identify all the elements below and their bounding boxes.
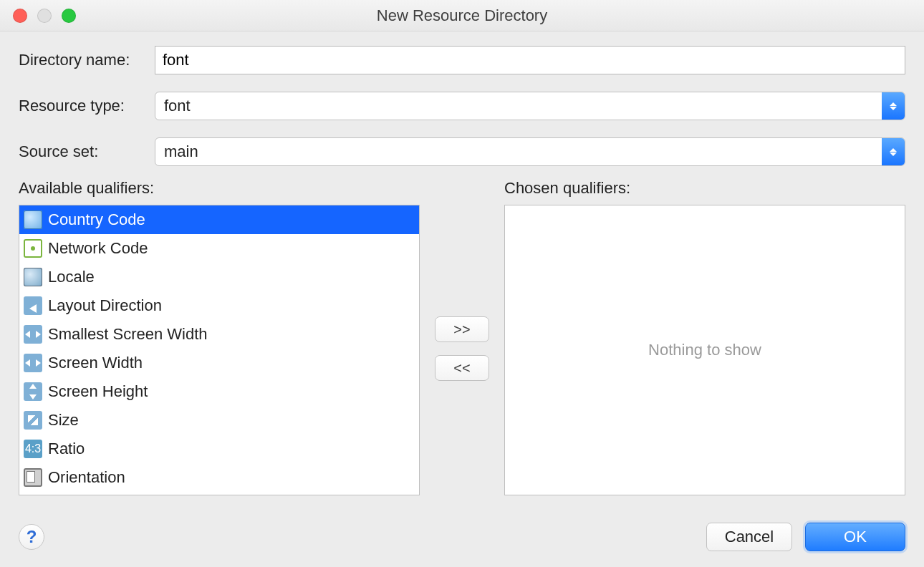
- qualifier-item-label: Screen Height: [48, 382, 148, 401]
- window-title: New Resource Directory: [0, 6, 924, 25]
- directory-name-label: Directory name:: [19, 51, 155, 69]
- qualifier-item-label: Screen Width: [48, 354, 143, 372]
- qualifier-item-orientation[interactable]: Orientation: [19, 463, 419, 492]
- screen-height-icon: [24, 382, 42, 401]
- qualifier-item-label: Layout Direction: [48, 296, 162, 315]
- source-set-label: Source set:: [19, 142, 155, 161]
- qualifier-item-size[interactable]: Size: [19, 406, 419, 435]
- available-qualifiers-list[interactable]: Country CodeNetwork CodeLocaleLayout Dir…: [19, 205, 420, 495]
- qualifier-item-label: Size: [48, 411, 79, 430]
- country-code-icon: [24, 210, 42, 229]
- chosen-empty-text: Nothing to show: [648, 341, 761, 359]
- maximize-window-button[interactable]: [62, 9, 76, 23]
- ratio-icon: 4:3: [24, 440, 42, 458]
- chevron-up-down-icon: [882, 92, 905, 120]
- cancel-button[interactable]: Cancel: [706, 523, 792, 551]
- resource-type-value: font: [155, 92, 882, 120]
- qualifier-item-label: Network Code: [48, 239, 148, 258]
- resource-type-select[interactable]: font: [155, 92, 905, 120]
- chosen-qualifiers-list[interactable]: Nothing to show: [504, 205, 905, 495]
- qualifier-item-screen-width[interactable]: Screen Width: [19, 349, 419, 377]
- available-qualifiers-label: Available qualifiers:: [19, 179, 420, 198]
- ok-button[interactable]: OK: [805, 523, 905, 551]
- network-code-icon: [24, 239, 42, 258]
- qualifier-item-ratio[interactable]: 4:3Ratio: [19, 435, 419, 463]
- remove-qualifier-button[interactable]: <<: [435, 355, 489, 381]
- qualifier-item-label: Ratio: [48, 440, 85, 458]
- locale-icon: [24, 268, 42, 286]
- title-bar: New Resource Directory: [0, 0, 924, 32]
- qualifier-item-label: Locale: [48, 268, 95, 286]
- layout-direction-icon: [24, 296, 42, 315]
- qualifier-item-screen-height[interactable]: Screen Height: [19, 377, 419, 406]
- window-controls: [13, 9, 76, 23]
- size-icon: [24, 411, 42, 430]
- qualifier-item-smallest-screen-width[interactable]: Smallest Screen Width: [19, 320, 419, 349]
- minimize-window-button[interactable]: [37, 9, 52, 23]
- source-set-value: main: [155, 138, 882, 165]
- smallest-screen-width-icon: [24, 325, 42, 344]
- qualifier-item-country-code[interactable]: Country Code: [19, 205, 419, 234]
- help-button[interactable]: ?: [19, 524, 44, 550]
- chevron-up-down-icon: [882, 138, 905, 165]
- orientation-icon: [24, 468, 42, 487]
- screen-width-icon: [24, 354, 42, 372]
- resource-type-label: Resource type:: [19, 97, 155, 115]
- qualifier-item-network-code[interactable]: Network Code: [19, 234, 419, 263]
- qualifier-item-label: Orientation: [48, 468, 125, 487]
- source-set-select[interactable]: main: [155, 137, 905, 166]
- qualifier-item-label: Smallest Screen Width: [48, 325, 208, 344]
- add-qualifier-button[interactable]: >>: [435, 316, 489, 342]
- qualifier-item-label: Country Code: [48, 210, 145, 229]
- qualifier-item-locale[interactable]: Locale: [19, 263, 419, 291]
- chosen-qualifiers-label: Chosen qualifiers:: [504, 179, 905, 198]
- directory-name-input[interactable]: [155, 46, 905, 74]
- qualifier-item-layout-direction[interactable]: Layout Direction: [19, 291, 419, 320]
- close-window-button[interactable]: [13, 9, 27, 23]
